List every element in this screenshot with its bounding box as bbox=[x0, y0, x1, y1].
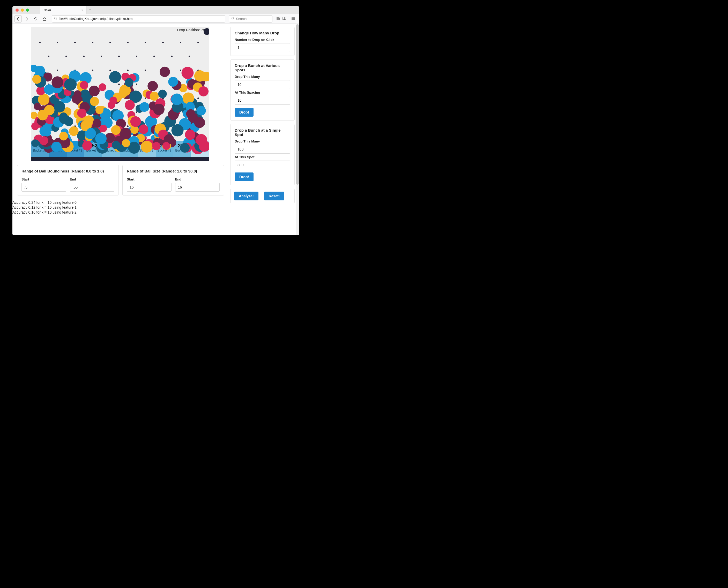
ball bbox=[180, 143, 190, 153]
menu-icon[interactable] bbox=[291, 16, 295, 21]
new-tab-button[interactable]: + bbox=[86, 7, 94, 13]
close-window-button[interactable] bbox=[16, 8, 19, 12]
library-icon[interactable] bbox=[276, 16, 280, 21]
ball bbox=[153, 104, 164, 115]
analysis-log: Accuracy 0.24 for k = 10 using feature 0… bbox=[13, 200, 224, 215]
drop-this-many-input[interactable] bbox=[235, 80, 290, 89]
end-label: End bbox=[70, 177, 115, 181]
ball bbox=[82, 141, 92, 150]
spacing-input[interactable] bbox=[235, 96, 290, 105]
card-title: Change How Many Drop bbox=[235, 31, 290, 35]
svg-point-0 bbox=[55, 17, 57, 19]
bounciness-end-input[interactable] bbox=[70, 183, 115, 192]
maximize-window-button[interactable] bbox=[26, 8, 29, 12]
ball bbox=[119, 89, 127, 98]
analyze-button[interactable]: Analyze! bbox=[234, 192, 259, 201]
canvas-footer bbox=[31, 157, 209, 161]
peg bbox=[197, 42, 199, 43]
peg bbox=[145, 69, 146, 71]
forward-button[interactable] bbox=[23, 15, 31, 22]
sidebar-icon[interactable] bbox=[282, 16, 286, 21]
log-line: Accuracy 0.24 for k = 10 using feature 0 bbox=[13, 200, 224, 205]
arrow-left-icon bbox=[16, 17, 20, 21]
field-label: At This Spacing bbox=[235, 90, 290, 94]
log-line: Accuracy 0.12 for k = 10 using feature 1 bbox=[13, 205, 224, 210]
field-label: At This Spot bbox=[235, 155, 290, 159]
peg bbox=[188, 56, 190, 57]
peg bbox=[48, 56, 49, 57]
field-label: Number to Drop on Click bbox=[235, 38, 290, 42]
ball bbox=[74, 90, 82, 98]
ball bbox=[96, 106, 104, 114]
ball bbox=[160, 67, 170, 77]
peg bbox=[127, 125, 128, 127]
peg bbox=[74, 42, 76, 43]
peg bbox=[39, 42, 41, 43]
scrollbar-thumb[interactable] bbox=[296, 24, 299, 185]
peg bbox=[118, 84, 120, 85]
ball bbox=[69, 126, 79, 136]
tab-title: Plinko bbox=[42, 8, 51, 12]
url-bar[interactable]: file:///LittleCodingKata/javascript/plin… bbox=[52, 15, 225, 22]
size-card: Range of Ball Size (Range: 1.0 to 30.0) … bbox=[122, 165, 224, 195]
scrollbar[interactable] bbox=[296, 24, 299, 235]
field-label: Drop This Many bbox=[235, 75, 290, 79]
card-title: Range of Ball Size (Range: 1.0 to 30.0) bbox=[127, 169, 220, 173]
browser-tab[interactable]: Plinko × bbox=[40, 6, 86, 14]
bounciness-start-input[interactable] bbox=[21, 183, 66, 192]
peg bbox=[57, 69, 58, 71]
ball bbox=[139, 102, 149, 112]
nav-bar: file:///LittleCodingKata/javascript/plin… bbox=[13, 14, 299, 24]
ball bbox=[181, 67, 194, 79]
ball bbox=[139, 124, 148, 134]
ball bbox=[194, 117, 205, 128]
peg bbox=[57, 42, 58, 43]
peg bbox=[136, 56, 137, 57]
ball bbox=[198, 86, 209, 97]
change-drop-card: Change How Many Drop Number to Drop on C… bbox=[230, 27, 295, 56]
reload-button[interactable] bbox=[32, 15, 39, 22]
search-bar[interactable]: Search bbox=[229, 15, 272, 22]
ball bbox=[95, 133, 106, 144]
peg bbox=[127, 69, 128, 71]
ball bbox=[43, 129, 51, 136]
peg bbox=[92, 69, 94, 71]
single-many-input[interactable] bbox=[235, 145, 290, 153]
close-tab-icon[interactable]: × bbox=[81, 8, 84, 12]
number-to-drop-input[interactable] bbox=[235, 43, 290, 52]
size-start-input[interactable] bbox=[127, 183, 171, 192]
ball bbox=[52, 142, 62, 152]
card-title: Drop a Bunch at a Single Spot bbox=[235, 128, 290, 137]
ball bbox=[122, 139, 130, 147]
toolbar-right bbox=[274, 16, 297, 21]
peg bbox=[65, 56, 67, 57]
back-button[interactable] bbox=[15, 15, 22, 22]
drop-various-button[interactable]: Drop! bbox=[235, 108, 254, 117]
peg bbox=[145, 42, 146, 43]
peg bbox=[180, 42, 181, 43]
ball bbox=[99, 84, 106, 91]
home-button[interactable] bbox=[41, 15, 48, 22]
reload-icon bbox=[34, 17, 38, 21]
end-label: End bbox=[175, 177, 220, 181]
size-end-input[interactable] bbox=[175, 183, 220, 192]
page-content: Drop Position: 784 265Bucket #1325Bucket… bbox=[13, 24, 299, 235]
single-spot-input[interactable] bbox=[235, 161, 290, 169]
browser-window: Plinko × + file:///LittleCodingKata/java… bbox=[13, 6, 299, 235]
ball bbox=[204, 28, 209, 35]
arrow-right-icon bbox=[25, 17, 29, 21]
card-title: Drop a Bunch at Various Spots bbox=[235, 63, 290, 72]
ball bbox=[39, 136, 48, 145]
ball bbox=[109, 71, 121, 83]
peg bbox=[197, 98, 199, 99]
peg bbox=[118, 56, 120, 57]
plinko-canvas[interactable]: Drop Position: 784 265Bucket #1325Bucket… bbox=[31, 27, 209, 161]
ball bbox=[64, 78, 77, 91]
url-text: file:///LittleCodingKata/javascript/plin… bbox=[59, 17, 133, 21]
drop-single-button[interactable]: Drop! bbox=[235, 172, 254, 181]
reset-button[interactable]: Reset! bbox=[264, 192, 285, 201]
peg bbox=[127, 42, 128, 43]
minimize-window-button[interactable] bbox=[21, 8, 24, 12]
drop-position-label: Drop Position: 784 bbox=[177, 28, 207, 32]
ball bbox=[196, 106, 206, 115]
